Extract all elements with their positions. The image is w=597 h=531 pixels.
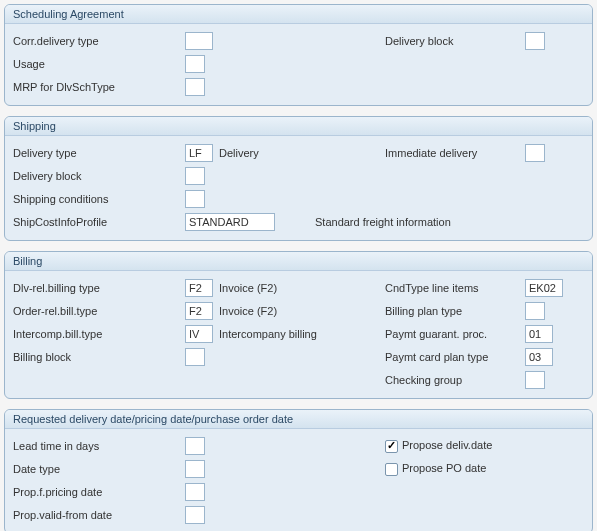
group-scheduling-agreement: Scheduling Agreement Corr.delivery type …	[4, 4, 593, 106]
label-mrp: MRP for DlvSchType	[13, 81, 185, 93]
desc-dlv-rel-billing: Invoice (F2)	[219, 282, 277, 294]
group-header-requested: Requested delivery date/pricing date/pur…	[5, 410, 592, 429]
input-usage[interactable]	[185, 55, 205, 73]
input-prop-pricing-date[interactable]	[185, 483, 205, 501]
desc-shipcost-profile: Standard freight information	[315, 216, 451, 228]
input-lead-time[interactable]	[185, 437, 205, 455]
input-date-type[interactable]	[185, 460, 205, 478]
label-ship-delivery-block: Delivery block	[13, 170, 185, 182]
input-ship-delivery-block[interactable]	[185, 167, 205, 185]
label-paymt-guarant: Paymt guarant. proc.	[385, 328, 525, 340]
input-shipping-conditions[interactable]	[185, 190, 205, 208]
group-requested-dates: Requested delivery date/pricing date/pur…	[4, 409, 593, 531]
input-billing-block[interactable]	[185, 348, 205, 366]
checkbox-propose-deliv-date[interactable]	[385, 440, 398, 453]
group-shipping: Shipping Delivery type Delivery Immediat…	[4, 116, 593, 241]
input-mrp[interactable]	[185, 78, 205, 96]
label-shipcost-profile: ShipCostInfoProfile	[13, 216, 185, 228]
label-prop-pricing-date: Prop.f.pricing date	[13, 486, 185, 498]
label-billing-block: Billing block	[13, 351, 185, 363]
group-header-scheduling: Scheduling Agreement	[5, 5, 592, 24]
label-shipping-conditions: Shipping conditions	[13, 193, 185, 205]
checkbox-propose-po-date[interactable]	[385, 463, 398, 476]
label-order-rel-billing: Order-rel.bill.type	[13, 305, 185, 317]
label-prop-valid-from: Prop.valid-from date	[13, 509, 185, 521]
label-cndtype: CndType line items	[385, 282, 525, 294]
label-dlv-rel-billing: Dlv-rel.billing type	[13, 282, 185, 294]
desc-order-rel-billing: Invoice (F2)	[219, 305, 277, 317]
input-intercomp-billing[interactable]	[185, 325, 213, 343]
group-header-shipping: Shipping	[5, 117, 592, 136]
group-header-billing: Billing	[5, 252, 592, 271]
label-delivery-type: Delivery type	[13, 147, 185, 159]
input-paymt-card[interactable]	[525, 348, 553, 366]
label-sched-delivery-block: Delivery block	[385, 35, 525, 47]
label-paymt-card: Paymt card plan type	[385, 351, 525, 363]
input-immediate-delivery[interactable]	[525, 144, 545, 162]
label-corr-delivery-type: Corr.delivery type	[13, 35, 185, 47]
input-dlv-rel-billing[interactable]	[185, 279, 213, 297]
label-propose-deliv-date: Propose deliv.date	[402, 439, 492, 451]
group-billing: Billing Dlv-rel.billing type Invoice (F2…	[4, 251, 593, 399]
input-billing-plan-type[interactable]	[525, 302, 545, 320]
input-checking-group[interactable]	[525, 371, 545, 389]
label-checking-group: Checking group	[385, 374, 525, 386]
label-usage: Usage	[13, 58, 185, 70]
input-paymt-guarant[interactable]	[525, 325, 553, 343]
label-intercomp-billing: Intercomp.bill.type	[13, 328, 185, 340]
desc-delivery-type: Delivery	[219, 147, 259, 159]
desc-intercomp-billing: Intercompany billing	[219, 328, 317, 340]
input-order-rel-billing[interactable]	[185, 302, 213, 320]
input-sched-delivery-block[interactable]	[525, 32, 545, 50]
label-propose-po-date: Propose PO date	[402, 462, 486, 474]
input-shipcost-profile[interactable]	[185, 213, 275, 231]
label-lead-time: Lead time in days	[13, 440, 185, 452]
label-date-type: Date type	[13, 463, 185, 475]
label-billing-plan-type: Billing plan type	[385, 305, 525, 317]
input-corr-delivery-type[interactable]	[185, 32, 213, 50]
input-delivery-type[interactable]	[185, 144, 213, 162]
label-immediate-delivery: Immediate delivery	[385, 147, 525, 159]
input-cndtype[interactable]	[525, 279, 563, 297]
input-prop-valid-from[interactable]	[185, 506, 205, 524]
